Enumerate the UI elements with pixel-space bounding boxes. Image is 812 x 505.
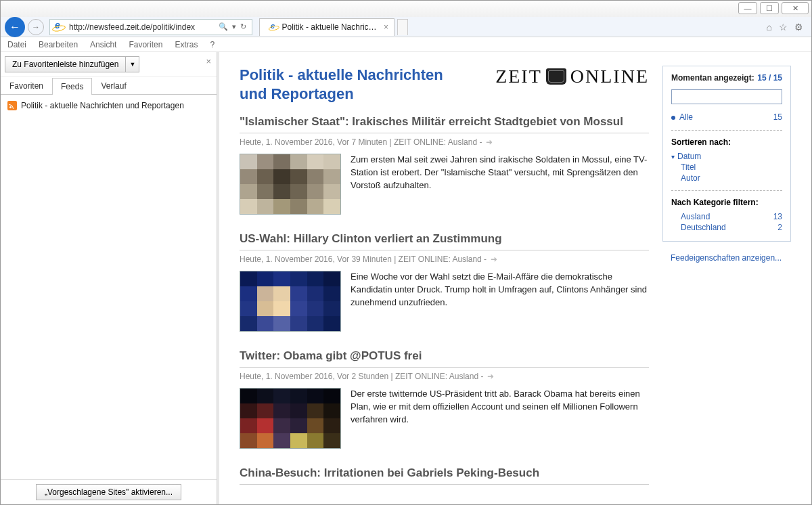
tab-feeds[interactable]: Feeds	[52, 78, 92, 95]
article-thumbnail[interactable]	[240, 154, 341, 215]
back-button[interactable]: ←	[5, 17, 25, 37]
brand-logo: ZEIT ONLINE	[495, 66, 649, 87]
article: "Islamischer Staat": Irakisches Militär …	[240, 115, 649, 215]
goto-arrow-icon[interactable]: ➜	[491, 255, 497, 264]
divider	[240, 133, 649, 133]
sort-autor[interactable]: Autor	[671, 173, 782, 183]
article-title[interactable]: China-Besuch: Irritationen bei Gabriels …	[240, 466, 649, 483]
article-thumbnail[interactable]	[240, 388, 341, 449]
titlebar: — ☐ ✕	[1, 1, 811, 17]
add-to-favorites-bar-button[interactable]: Zu Favoritenleiste hinzufügen	[5, 56, 126, 72]
tab-verlauf[interactable]: Verlauf	[92, 77, 135, 94]
article-meta: Heute, 1. November 2016, Vor 7 Minuten |…	[240, 137, 649, 147]
article: China-Besuch: Irritationen bei Gabriels …	[240, 466, 649, 485]
menu-bearbeiten[interactable]: Bearbeiten	[39, 40, 78, 49]
window-minimize-button[interactable]: —	[738, 2, 757, 14]
search-icon[interactable]: 🔍	[219, 22, 228, 31]
goto-arrow-icon[interactable]: ➜	[486, 137, 493, 147]
divider	[240, 484, 649, 485]
tools-gear-icon[interactable]: ⚙	[794, 22, 803, 32]
add-to-favorites-dropdown[interactable]: ▼	[126, 56, 139, 72]
filter-all[interactable]: Alle	[671, 112, 693, 122]
divider	[240, 250, 649, 250]
article-title[interactable]: Twitter: Obama gibt @POTUS frei	[240, 349, 649, 366]
url-input[interactable]	[68, 22, 213, 32]
filter-label: Nach Kategorie filtern:	[671, 198, 782, 207]
favorites-star-icon[interactable]: ☆	[779, 22, 788, 32]
filter-all-count: 15	[773, 112, 782, 122]
tab-close-icon[interactable]: ×	[384, 22, 388, 32]
brand-right: ONLINE	[570, 66, 649, 87]
article-meta: Heute, 1. November 2016, Vor 39 Minuten …	[240, 255, 649, 264]
feed-item-label: Politik - aktuelle Nachrichten und Repor…	[21, 101, 184, 110]
article-summary: Der erste twitternde US-Präsident tritt …	[351, 388, 649, 449]
suggested-sites-button[interactable]: „Vorgeschlagene Sites" aktivieren...	[36, 484, 181, 500]
sort-datum[interactable]: Datum	[671, 151, 782, 162]
content-scroll[interactable]: Politik - aktuelle Nachrichten und Repor…	[219, 52, 811, 504]
window-close-button[interactable]: ✕	[782, 2, 809, 14]
category-deutschland[interactable]: Deutschland2	[671, 222, 782, 233]
article-summary: Zum ersten Mal seit zwei Jahren sind ira…	[351, 154, 649, 215]
currently-shown-label: Momentan angezeigt:	[671, 73, 754, 83]
menu-datei[interactable]: Datei	[7, 40, 26, 49]
sort-label: Sortieren nach:	[671, 137, 782, 147]
menu-extras[interactable]: Extras	[175, 40, 198, 49]
feed-properties-link[interactable]: Feedeigenschaften anzeigen...	[662, 252, 791, 264]
feed-filter-input[interactable]	[671, 89, 782, 104]
feed-main: Politik - aktuelle Nachrichten und Repor…	[240, 66, 649, 502]
menu-ansicht[interactable]: Ansicht	[90, 40, 116, 49]
favorites-pane-close-icon[interactable]: ×	[206, 56, 211, 66]
article: Twitter: Obama gibt @POTUS freiHeute, 1.…	[240, 349, 649, 449]
brand-left: ZEIT	[495, 66, 542, 87]
category-ausland[interactable]: Ausland13	[671, 211, 782, 222]
sort-titel[interactable]: Titel	[671, 162, 782, 173]
favorites-tabs: Favoriten Feeds Verlauf	[1, 77, 217, 95]
forward-button[interactable]: →	[28, 19, 44, 35]
menu-help[interactable]: ?	[210, 40, 215, 49]
rss-icon	[7, 101, 17, 110]
article-meta: Heute, 1. November 2016, Vor 2 Stunden |…	[240, 372, 649, 381]
window-maximize-button[interactable]: ☐	[760, 2, 779, 14]
brand-crest-icon	[546, 68, 566, 85]
new-tab-button[interactable]	[397, 19, 408, 35]
menu-bar: Datei Bearbeiten Ansicht Favoriten Extra…	[1, 37, 811, 52]
article-thumbnail[interactable]	[240, 271, 341, 332]
currently-shown-value: 15 / 15	[757, 73, 782, 83]
ie-icon	[53, 21, 65, 33]
refresh-icon[interactable]: ↻	[240, 22, 246, 31]
home-icon[interactable]: ⌂	[767, 22, 772, 32]
article-summary: Eine Woche vor der Wahl setzt die E-Mail…	[351, 271, 649, 332]
article-title[interactable]: "Islamischer Staat": Irakisches Militär …	[240, 115, 649, 131]
nav-toolbar: ← → 🔍 ▾ ↻ Politik - aktuelle Nachrichte.…	[1, 17, 811, 37]
browser-tab[interactable]: Politik - aktuelle Nachrichte... ×	[259, 18, 394, 36]
tab-title: Politik - aktuelle Nachrichte...	[282, 22, 378, 32]
feed-list-item[interactable]: Politik - aktuelle Nachrichten und Repor…	[6, 99, 211, 112]
article-title[interactable]: US-Wahl: Hillary Clinton verliert an Zus…	[240, 232, 649, 248]
feed-title[interactable]: Politik - aktuelle Nachrichten und Repor…	[240, 66, 470, 103]
url-dropdown-icon[interactable]: ▾	[232, 22, 236, 31]
goto-arrow-icon[interactable]: ➜	[487, 372, 494, 381]
tab-favoriten[interactable]: Favoriten	[1, 77, 52, 94]
menu-favoriten[interactable]: Favoriten	[129, 40, 162, 49]
favorites-pane: Zu Favoritenleiste hinzufügen ▼ × Favori…	[1, 52, 217, 504]
tab-favicon	[269, 22, 278, 32]
divider	[240, 367, 649, 368]
address-bar[interactable]: 🔍 ▾ ↻	[49, 19, 252, 35]
feed-sidebar: Momentan angezeigt: 15 / 15 Alle 15 Sort…	[662, 66, 791, 502]
article: US-Wahl: Hillary Clinton verliert an Zus…	[240, 232, 649, 332]
